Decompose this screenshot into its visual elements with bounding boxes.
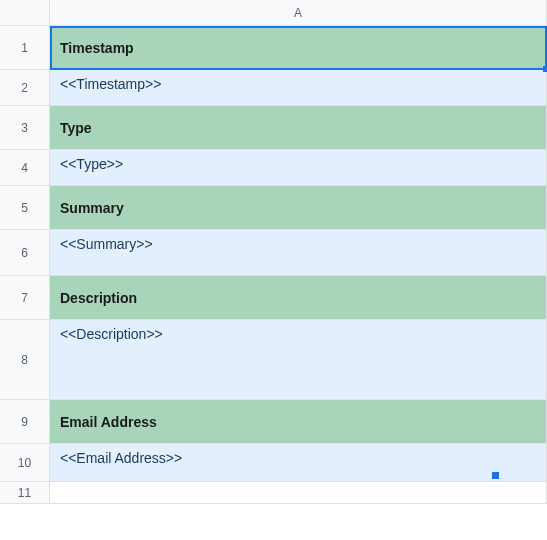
row-header-7[interactable]: 7 [0,276,50,320]
cell-A9-text: Email Address [60,414,157,430]
cell-A3[interactable]: Type [50,106,547,150]
row-header-11[interactable]: 11 [0,482,50,504]
cell-A6-text: <<Summary>> [60,236,153,252]
cell-A9[interactable]: Email Address [50,400,547,444]
cell-A11[interactable] [50,482,547,504]
cell-A5[interactable]: Summary [50,186,547,230]
cell-A10[interactable]: <<Email Address>> [50,444,547,482]
row-header-5[interactable]: 5 [0,186,50,230]
cell-A7-text: Description [60,290,137,306]
cell-A7[interactable]: Description [50,276,547,320]
cell-A2[interactable]: <<Timestamp>> [50,70,547,106]
range-end-handle[interactable] [492,472,499,479]
cell-A4[interactable]: <<Type>> [50,150,547,186]
cell-A6[interactable]: <<Summary>> [50,230,547,276]
row-header-3[interactable]: 3 [0,106,50,150]
cell-A5-text: Summary [60,200,124,216]
row-header-4[interactable]: 4 [0,150,50,186]
column-header-A[interactable]: A [50,0,547,26]
cell-A2-text: <<Timestamp>> [60,76,161,92]
cell-A4-text: <<Type>> [60,156,123,172]
row-header-8[interactable]: 8 [0,320,50,400]
row-header-2[interactable]: 2 [0,70,50,106]
cell-A10-text: <<Email Address>> [60,450,182,466]
spreadsheet-grid[interactable]: A 1 Timestamp 2 <<Timestamp>> 3 Type 4 <… [0,0,547,504]
cell-A1[interactable]: Timestamp [50,26,547,70]
row-header-10[interactable]: 10 [0,444,50,482]
row-header-1[interactable]: 1 [0,26,50,70]
cell-A1-text: Timestamp [60,40,134,56]
row-header-6[interactable]: 6 [0,230,50,276]
cell-A3-text: Type [60,120,92,136]
cell-A8-text: <<Description>> [60,326,163,342]
row-header-9[interactable]: 9 [0,400,50,444]
select-all-corner[interactable] [0,0,50,26]
fill-handle[interactable] [543,66,547,72]
cell-A8[interactable]: <<Description>> [50,320,547,400]
